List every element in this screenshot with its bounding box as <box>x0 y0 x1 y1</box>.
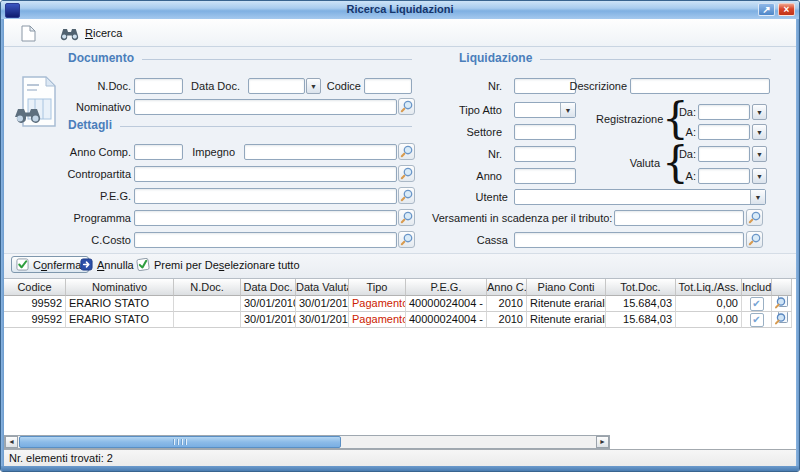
horizontal-scrollbar[interactable]: ◄ ► <box>4 435 610 449</box>
restore-button[interactable]: ↗ <box>758 3 775 16</box>
ndoc-input[interactable] <box>134 78 183 94</box>
liq-nr-input[interactable] <box>514 78 576 94</box>
datadoc-input[interactable] <box>248 78 305 94</box>
row-detail-button[interactable] <box>774 296 789 312</box>
valuta-da-dropdown-button[interactable]: ▼ <box>752 146 767 162</box>
includi-checkbox[interactable]: ✔ <box>750 297 764 311</box>
ccosto-label: C.Costo <box>49 234 131 246</box>
col-header-totliq[interactable]: Tot.Liq./Ass. <box>676 279 742 296</box>
magnifier-icon <box>748 211 761 224</box>
ccosto-input[interactable] <box>134 232 397 248</box>
ccosto-lookup-button[interactable] <box>398 231 415 248</box>
nominativo-lookup-button[interactable] <box>398 98 415 115</box>
window-frame-right <box>796 19 799 471</box>
valuta-da-label: Da: <box>676 148 696 160</box>
col-header-totdoc[interactable]: Tot.Doc. <box>606 279 676 296</box>
ricerca-button[interactable]: Ricerca <box>54 22 127 44</box>
scroll-left-icon: ◄ <box>8 438 15 445</box>
ricerca-liquidazioni-window: Ricerca Liquidazioni ↗ × Ricerca <box>0 0 800 472</box>
col-header-nominativo[interactable]: Nominativo <box>66 279 174 296</box>
deselect-all-label: Premi per Deselezionare tutto <box>154 259 300 271</box>
impegno-input[interactable] <box>244 144 397 160</box>
cell-totdoc: 15.684,03 <box>606 312 676 328</box>
datadoc-dropdown-button[interactable]: ▼ <box>306 78 321 94</box>
cell-codice: 99592 <box>4 312 66 328</box>
magnifier-icon <box>400 233 413 246</box>
deselect-all-button[interactable]: Premi per Deselezionare tutto <box>132 257 304 272</box>
col-header-annoc[interactable]: Anno C. <box>487 279 527 296</box>
scrollbar-thumb[interactable] <box>19 436 341 448</box>
tipoatto-select[interactable]: ▼ <box>514 102 576 118</box>
ricerca-label: Ricerca <box>85 27 122 39</box>
datadoc-label: Data Doc. <box>187 80 240 92</box>
col-header-datadoc[interactable]: Data Doc. <box>241 279 296 296</box>
programma-lookup-button[interactable] <box>398 209 415 226</box>
table-row[interactable]: 99592 ERARIO STATO 30/01/2010 30/01/2010… <box>4 312 794 328</box>
programma-label: Programma <box>49 212 131 224</box>
new-document-button[interactable] <box>16 22 41 44</box>
peg-label: P.E.G. <box>49 190 131 202</box>
cell-pianoconti: Ritenute erariali Ac <box>527 296 606 312</box>
binoculars-icon <box>59 26 80 41</box>
settore-input[interactable] <box>514 124 576 140</box>
table-row[interactable]: 99592 ERARIO STATO 30/01/2010 30/01/2010… <box>4 296 794 312</box>
nr2-input[interactable] <box>514 146 576 162</box>
chevron-down-icon: ▼ <box>756 129 763 136</box>
results-list: Codice Nominativo N.Doc. Data Doc. Data … <box>4 278 798 449</box>
cassa-lookup-button[interactable] <box>746 231 763 248</box>
annulla-button[interactable]: Annulla <box>76 257 138 272</box>
col-header-codice[interactable]: Codice <box>4 279 66 296</box>
nominativo-input[interactable] <box>134 99 397 115</box>
impegno-lookup-button[interactable] <box>398 143 415 160</box>
contropartita-lookup-button[interactable] <box>398 165 415 182</box>
valuta-a-input[interactable] <box>698 168 750 184</box>
row-detail-button[interactable] <box>774 312 789 328</box>
col-header-tipo[interactable]: Tipo <box>349 279 406 296</box>
cell-tipo: Pagamento <box>349 312 406 328</box>
col-header-datavaluta[interactable]: Data Valuta <box>296 279 349 296</box>
registrazione-a-label: A: <box>678 126 696 138</box>
utente-select[interactable]: ▼ <box>514 189 766 205</box>
chevron-down-icon: ▼ <box>756 173 763 180</box>
versamenti-lookup-button[interactable] <box>746 209 763 226</box>
col-header-pianoconti[interactable]: Piano Conti <box>527 279 606 296</box>
codice-input[interactable] <box>364 78 412 94</box>
registrazione-a-dropdown-button[interactable]: ▼ <box>752 124 767 140</box>
cell-ndoc <box>174 296 241 312</box>
valuta-a-dropdown-button[interactable]: ▼ <box>752 168 767 184</box>
new-document-icon <box>21 25 36 42</box>
settore-label: Settore <box>456 126 502 138</box>
registrazione-da-dropdown-button[interactable]: ▼ <box>752 104 767 120</box>
col-header-ndoc[interactable]: N.Doc. <box>174 279 241 296</box>
peg-lookup-button[interactable] <box>398 187 415 204</box>
descrizione-input[interactable] <box>630 78 770 94</box>
restore-icon: ↗ <box>762 4 770 15</box>
ndoc-label: N.Doc. <box>79 80 131 92</box>
cassa-input[interactable] <box>514 232 744 248</box>
annocomp-input[interactable] <box>134 144 183 160</box>
versamenti-input[interactable] <box>614 210 744 226</box>
cell-detail <box>772 312 792 328</box>
contropartita-input[interactable] <box>134 166 397 182</box>
registrazione-a-input[interactable] <box>698 124 750 140</box>
section-documento: Documento <box>68 51 412 65</box>
peg-input[interactable] <box>134 188 397 204</box>
cell-pianoconti: Ritenute erariali Ac <box>527 312 606 328</box>
programma-input[interactable] <box>134 210 397 226</box>
cell-detail <box>772 296 792 312</box>
col-header-detail <box>772 279 792 296</box>
cell-tipo: Pagamento <box>349 296 406 312</box>
anno-input[interactable] <box>514 168 576 184</box>
scroll-right-button[interactable]: ► <box>596 436 609 448</box>
close-button[interactable]: × <box>778 3 795 16</box>
registrazione-da-input[interactable] <box>698 104 750 120</box>
cell-totdoc: 15.684,03 <box>606 296 676 312</box>
col-header-includi[interactable]: Includi <box>742 279 772 296</box>
scroll-left-button[interactable]: ◄ <box>5 436 18 448</box>
valuta-da-input[interactable] <box>698 146 750 162</box>
valuta-a-label: A: <box>678 170 696 182</box>
includi-checkbox[interactable]: ✔ <box>750 313 764 327</box>
magnifier-icon <box>400 211 413 224</box>
col-header-peg[interactable]: P.E.G. <box>406 279 487 296</box>
cell-peg: 40000024004 - RI <box>406 312 487 328</box>
